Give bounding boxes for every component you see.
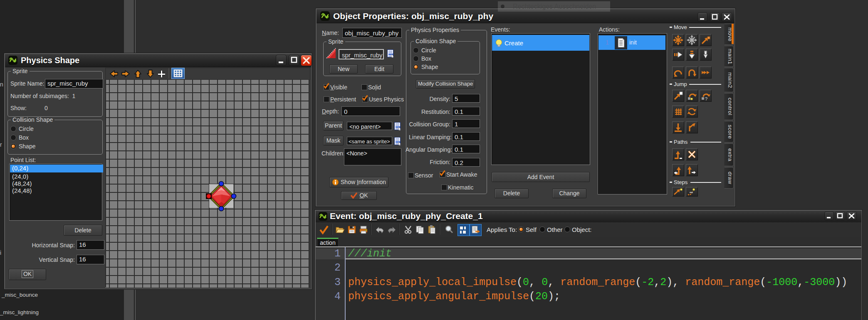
svg-text:?: ?	[705, 96, 707, 101]
